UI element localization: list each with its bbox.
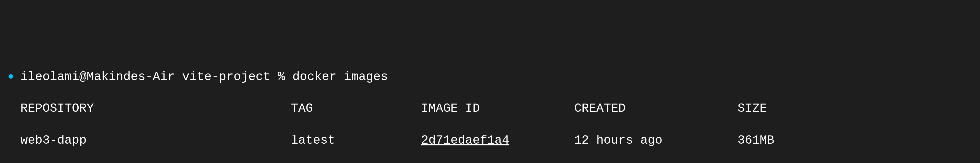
prompt-space2 [270,69,278,85]
header-size: SIZE [738,101,767,116]
prompt-directory: vite-project [182,69,270,85]
prompt-host: Makindes-Air [86,69,175,85]
prompt-at: @ [79,69,86,85]
cell-size: 361MB [738,132,774,148]
cell-tag: latest [291,132,421,148]
cell-image-id: 2d71edaef1a4 [421,132,574,148]
cell-repository: web3-dapp [21,132,291,148]
table-header-row: REPOSITORYTAGIMAGE IDCREATEDSIZE [8,101,972,116]
prompt-bullet: ● [8,70,15,84]
header-created: CREATED [574,101,738,116]
prompt-user: ileolami [21,69,79,85]
prompt-line: ●ileolami@Makindes-Air vite-project % do… [8,69,972,85]
header-tag: TAG [291,101,421,116]
terminal-output[interactable]: ●ileolami@Makindes-Air vite-project % do… [8,53,972,163]
table-row: web3-dapplatest2d71edaef1a412 hours ago3… [8,132,972,148]
header-repository: REPOSITORY [21,101,291,116]
cell-created: 12 hours ago [574,132,738,148]
header-image-id: IMAGE ID [421,101,574,116]
prompt-symbol: % [278,69,285,85]
prompt-space3 [285,69,293,85]
prompt-space [175,69,182,85]
command-text: docker images [293,69,388,85]
